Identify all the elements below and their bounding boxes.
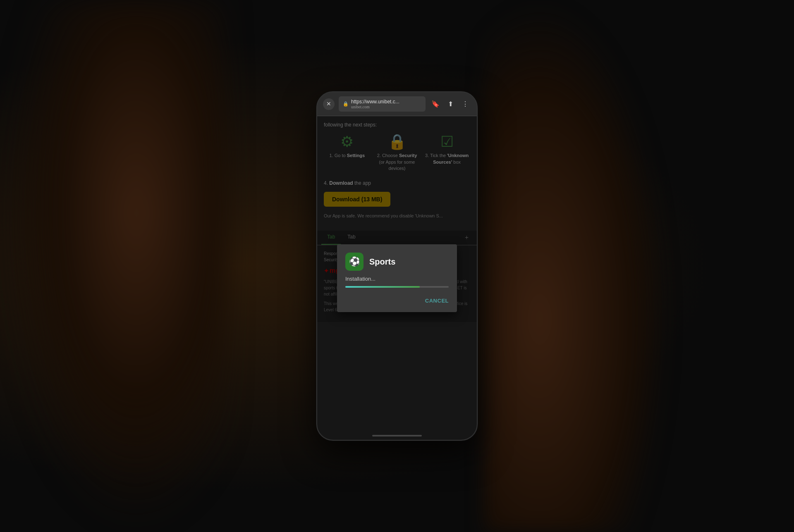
dialog-status: Installation...: [345, 276, 449, 282]
url-domain: unibet.com: [351, 105, 399, 109]
cancel-button[interactable]: CANCEL: [425, 296, 449, 305]
app-icon: ⚽: [345, 253, 364, 271]
phone: ✕ 🔒 https://www.unibet.c... unibet.com 🔖…: [316, 91, 478, 441]
progress-bar-fill: [345, 286, 420, 288]
bookmark-icon[interactable]: 🔖: [430, 98, 441, 110]
close-icon: ✕: [326, 100, 331, 107]
dialog-overlay: ⚽ Sports Installation... CANCEL: [317, 116, 477, 440]
menu-icon[interactable]: ⋮: [459, 98, 471, 110]
share-icon[interactable]: ⬆: [445, 98, 456, 110]
dialog-title: Sports: [369, 257, 395, 267]
background-hand-right: [484, 0, 670, 532]
page-content: following the next steps: ⚙ 1. Go to Set…: [317, 116, 477, 440]
phone-wrapper: ✕ 🔒 https://www.unibet.c... unibet.com 🔖…: [316, 91, 478, 441]
background-hand-left: [0, 0, 227, 532]
browser-close-button[interactable]: ✕: [323, 98, 335, 110]
browser-bar: ✕ 🔒 https://www.unibet.c... unibet.com 🔖…: [317, 92, 477, 116]
browser-actions: 🔖 ⬆ ⋮: [430, 98, 471, 110]
browser-url-bar[interactable]: 🔒 https://www.unibet.c... unibet.com: [339, 96, 426, 112]
dialog-header: ⚽ Sports: [345, 253, 449, 271]
dialog-actions: CANCEL: [345, 296, 449, 305]
soccer-icon: ⚽: [349, 256, 360, 267]
progress-bar-background: [345, 286, 449, 288]
url-text: https://www.unibet.c...: [351, 99, 399, 105]
lock-icon: 🔒: [343, 101, 349, 107]
install-dialog: ⚽ Sports Installation... CANCEL: [337, 244, 457, 312]
